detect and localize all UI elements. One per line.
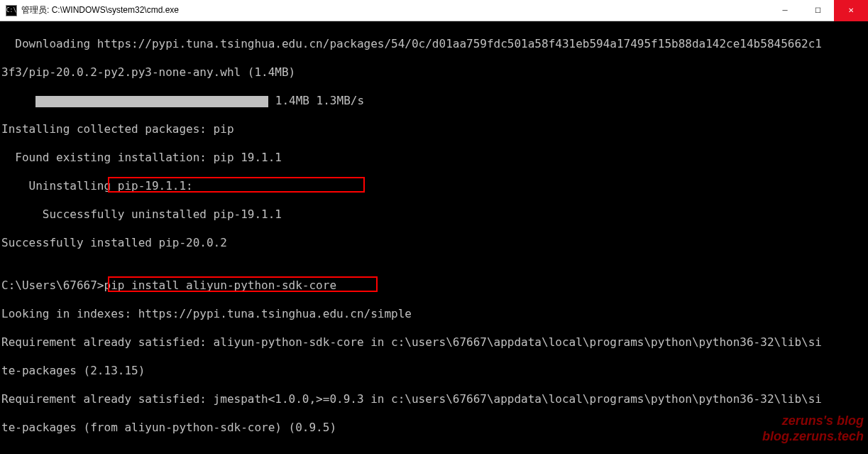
output-line: te-packages (from aliyun-python-sdk-core… (1, 421, 867, 435)
output-line: 3f3/pip-20.0.2-py2.py3-none-any.whl (1.4… (1, 65, 867, 80)
maximize-button[interactable]: ☐ (801, 0, 834, 21)
app-icon: C:\ (6, 5, 17, 16)
output-line: Looking in indexes: https://pypi.tuna.ts… (1, 307, 867, 321)
close-button[interactable]: ✕ (834, 0, 868, 21)
output-line: Successfully uninstalled pip-19.1.1 (1, 207, 867, 222)
progress-bar (35, 96, 268, 107)
output-line: Successfully installed pip-20.0.2 (1, 236, 867, 250)
output-line: Found existing installation: pip 19.1.1 (1, 151, 867, 165)
output-line: te-packages (2.13.15) (1, 364, 867, 378)
terminal-output[interactable]: Downloading https://pypi.tuna.tsinghua.e… (0, 21, 868, 454)
prompt-line: C:\Users\67667>pip install aliyun-python… (1, 279, 867, 293)
output-line: 1.4MB 1.3MB/s (1, 94, 867, 108)
output-line: Installing collected packages: pip (1, 122, 867, 136)
minimize-button[interactable]: ─ (769, 0, 801, 21)
watermark-line: zeruns's blog (762, 413, 864, 428)
watermark-line: blog.zeruns.tech (762, 428, 864, 444)
output-line: Downloading https://pypi.tuna.tsinghua.e… (1, 37, 867, 51)
watermark: zeruns's blog blog.zeruns.tech (762, 413, 864, 444)
output-line: Requirement already satisfied: aliyun-py… (1, 335, 867, 350)
window-titlebar[interactable]: C:\ 管理员: C:\WINDOWS\system32\cmd.exe ─ ☐… (0, 0, 868, 21)
output-line: Requirement already satisfied: jmespath<… (1, 392, 867, 406)
window-title: 管理员: C:\WINDOWS\system32\cmd.exe (21, 4, 769, 16)
output-line: Uninstalling pip-19.1.1: (1, 179, 867, 193)
